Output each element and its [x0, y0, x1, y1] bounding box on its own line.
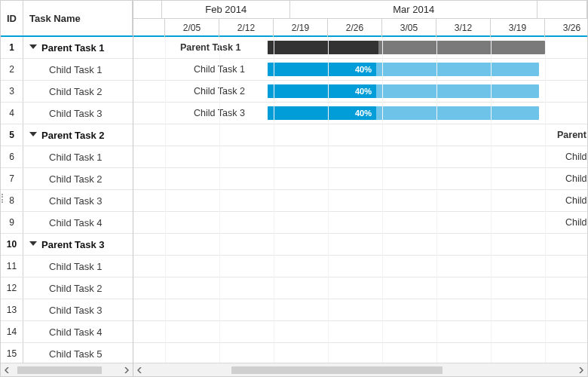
tree-row[interactable]: 11Child Task 1	[1, 256, 133, 277]
row-id: 7	[1, 168, 23, 189]
row-name: Child Task 1	[23, 59, 133, 80]
pane-splitter[interactable]	[132, 1, 135, 376]
timeline-months-row: Feb 2014Mar 2014	[133, 1, 587, 19]
progress-label: 40%	[268, 63, 376, 76]
row-label: Child Task 2	[49, 86, 103, 97]
row-label: Child Task 5	[49, 348, 103, 360]
tree-row[interactable]: 9Child Task 4	[1, 212, 133, 234]
row-name: Child Task 4	[23, 321, 133, 342]
row-id: 9	[1, 212, 23, 233]
splitter-grip-icon[interactable]	[0, 192, 5, 205]
row-name: Child Task 3	[23, 103, 133, 124]
row-id: 11	[1, 256, 23, 277]
tree-row[interactable]: 5Parent Task 2	[1, 124, 133, 146]
row-id: 6	[1, 146, 23, 167]
gantt-progress-bar[interactable]	[268, 41, 378, 54]
tree-row[interactable]: 12Child Task 2	[1, 277, 133, 299]
progress-label: 40%	[268, 106, 376, 120]
tree-row[interactable]: 2Child Task 1	[1, 59, 133, 81]
timeline-row[interactable]: Child	[133, 212, 587, 234]
month-cell	[537, 1, 587, 19]
timeline-body[interactable]: Parent Task 1Child Task 140%Child Task 2…	[133, 37, 587, 363]
timeline-row[interactable]	[133, 256, 587, 277]
column-header-id[interactable]: ID	[1, 1, 23, 35]
expand-icon[interactable]	[29, 44, 37, 49]
tree-row[interactable]: 4Child Task 3	[1, 103, 133, 124]
timeline-row[interactable]: Child	[133, 146, 587, 168]
scroll-right-button[interactable]	[574, 363, 587, 377]
tick-cell: 2/19	[274, 19, 328, 37]
tree-grid: 1Parent Task 12Child Task 13Child Task 2…	[1, 37, 133, 363]
timeline-row[interactable]: Child Task 240%	[133, 81, 587, 103]
tree-row[interactable]: 1Parent Task 1	[1, 37, 133, 59]
gantt-bar-label: Child	[565, 152, 587, 162]
row-name: Parent Task 3	[23, 234, 133, 255]
row-name: Child Task 1	[23, 146, 133, 167]
gantt-progress-bar[interactable]: 40%	[268, 106, 376, 120]
row-name: Parent Task 2	[23, 124, 133, 146]
tree-row[interactable]: 10Parent Task 3	[1, 234, 133, 256]
timeline-row[interactable]	[133, 343, 587, 363]
tick-cell: 3/05	[382, 19, 436, 37]
timeline-row[interactable]: Child	[133, 168, 587, 190]
tick-cell: 2/26	[328, 19, 382, 37]
row-id: 1	[1, 37, 23, 58]
month-cell: Mar 2014	[290, 1, 537, 19]
tree-hscrollbar[interactable]	[1, 363, 133, 376]
row-name: Child Task 4	[23, 212, 133, 233]
timeline-ticks-row: 2/052/122/192/263/053/123/193/264/0	[133, 19, 587, 37]
gantt-progress-bar[interactable]: 40%	[268, 63, 376, 76]
timeline-row[interactable]: Child	[133, 190, 587, 212]
tick-cell: 2/05	[165, 19, 219, 37]
row-label: Child Task 2	[49, 173, 103, 185]
row-label: Child Task 1	[49, 152, 103, 163]
row-name: Child Task 2	[23, 277, 133, 299]
timeline-row[interactable]: Child Task 340%	[133, 103, 587, 124]
progress-label: 40%	[268, 84, 376, 98]
row-name: Parent Task 1	[23, 37, 133, 58]
scroll-track[interactable]	[147, 365, 574, 375]
scroll-left-button[interactable]	[1, 363, 14, 377]
tree-row[interactable]: 15Child Task 5	[1, 343, 133, 363]
timeline-row[interactable]	[133, 321, 587, 343]
scroll-thumb[interactable]	[231, 366, 443, 374]
column-header-name[interactable]: Task Name	[23, 1, 133, 35]
row-id: 3	[1, 81, 23, 102]
timeline-row[interactable]	[133, 299, 587, 321]
timeline-row[interactable]: Parent	[133, 124, 587, 146]
scroll-thumb[interactable]	[17, 366, 102, 374]
tree-row[interactable]: 7Child Task 2	[1, 168, 133, 190]
tree-row[interactable]: 6Child Task 1	[1, 146, 133, 168]
tree-row[interactable]: 3Child Task 2	[1, 81, 133, 103]
timeline-row[interactable]: Parent Task 1	[133, 37, 587, 59]
month-cell	[133, 1, 162, 19]
tick-cell: 2/12	[219, 19, 274, 37]
tick-cell	[133, 19, 165, 37]
timeline-hscrollbar[interactable]	[133, 363, 587, 376]
row-label: Child Task 2	[49, 283, 103, 294]
row-label: Parent Task 2	[41, 130, 105, 141]
gantt-bar-label: Child Task 3	[194, 108, 245, 118]
expand-icon[interactable]	[29, 241, 37, 246]
row-label: Child Task 4	[49, 217, 103, 228]
row-id: 5	[1, 124, 23, 146]
tree-row[interactable]: 8Child Task 3	[1, 190, 133, 212]
timeline-row[interactable]: Child Task 140%	[133, 59, 587, 81]
timeline-row[interactable]	[133, 277, 587, 299]
timeline-row[interactable]	[133, 234, 587, 256]
row-id: 15	[1, 343, 23, 363]
timeline-header: Feb 2014Mar 2014 2/052/122/192/263/053/1…	[133, 1, 587, 37]
tree-row[interactable]: 13Child Task 3	[1, 299, 133, 321]
tick-cell: 3/19	[491, 19, 545, 37]
tree-row[interactable]: 14Child Task 4	[1, 321, 133, 343]
gantt-progress-bar[interactable]: 40%	[268, 84, 376, 98]
expand-icon[interactable]	[29, 132, 37, 136]
tick-cell: 3/26	[545, 19, 588, 37]
scroll-track[interactable]	[14, 365, 119, 375]
row-name: Child Task 2	[23, 168, 133, 189]
gantt-root: ID Task Name 1Parent Task 12Child Task 1…	[0, 0, 588, 377]
scroll-right-button[interactable]	[119, 363, 133, 377]
row-label: Child Task 3	[49, 305, 103, 316]
gantt-bar-label: Child	[565, 217, 587, 228]
scroll-left-button[interactable]	[133, 363, 147, 377]
